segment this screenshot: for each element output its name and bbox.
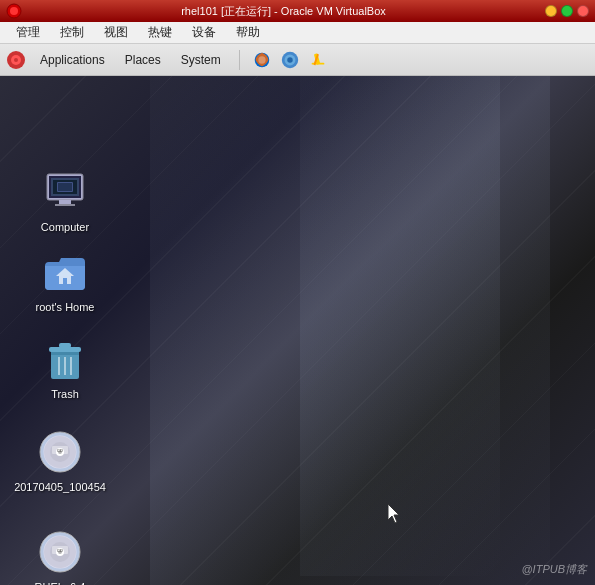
svg-rect-15 xyxy=(59,200,71,204)
trash-icon-img xyxy=(41,335,89,383)
svg-text:CD: CD xyxy=(57,548,63,553)
computer-icon[interactable]: Computer xyxy=(20,164,110,238)
menu-control[interactable]: 控制 xyxy=(52,22,92,43)
close-button[interactable] xyxy=(577,5,589,17)
separator xyxy=(239,50,240,70)
svg-rect-27 xyxy=(59,343,71,348)
watermark: @ITPUB博客 xyxy=(521,562,587,577)
desktop: Computer root's Home xyxy=(0,76,595,585)
menu-view[interactable]: 视图 xyxy=(96,22,136,43)
applications-label: Applications xyxy=(40,53,105,67)
disc2-icon[interactable]: CD RHEL_6.4 x86_64Disc 1 xyxy=(15,524,105,585)
app-icon xyxy=(6,3,22,19)
menu-help[interactable]: 帮助 xyxy=(228,22,268,43)
window-controls[interactable] xyxy=(545,5,589,17)
gnome-icon xyxy=(6,50,26,70)
trash-label: Trash xyxy=(51,387,79,401)
svg-text:CD: CD xyxy=(57,448,63,453)
computer-icon-img xyxy=(41,168,89,216)
menu-manage[interactable]: 管理 xyxy=(8,22,48,43)
computer-label: Computer xyxy=(41,220,89,234)
disc1-label: 20170405_100454 xyxy=(14,480,106,494)
disc2-label: RHEL_6.4 x86_64Disc 1 xyxy=(19,580,101,585)
trash-icon[interactable]: Trash xyxy=(20,331,110,405)
light-streak-2 xyxy=(300,76,500,576)
menu-bar: 管理 控制 视图 热键 设备 帮助 xyxy=(0,22,595,44)
app-bar: Applications Places System xyxy=(0,44,595,76)
edit-icon[interactable] xyxy=(308,50,328,70)
minimize-button[interactable] xyxy=(545,5,557,17)
places-menu[interactable]: Places xyxy=(119,51,167,69)
disc1-icon[interactable]: CD 20170405_100454 xyxy=(15,424,105,498)
email-icon[interactable] xyxy=(280,50,300,70)
roots-home-label: root's Home xyxy=(36,300,95,314)
applications-menu[interactable]: Applications xyxy=(34,51,111,69)
maximize-button[interactable] xyxy=(561,5,573,17)
system-label: System xyxy=(181,53,221,67)
menu-devices[interactable]: 设备 xyxy=(184,22,224,43)
svg-rect-23 xyxy=(63,278,67,284)
disc1-icon-img: CD xyxy=(36,428,84,476)
svg-point-4 xyxy=(14,58,18,62)
svg-point-6 xyxy=(258,56,265,63)
roots-home-icon-img xyxy=(41,248,89,296)
svg-rect-16 xyxy=(55,204,75,206)
svg-point-1 xyxy=(10,7,18,15)
menu-hotkey[interactable]: 热键 xyxy=(140,22,180,43)
places-label: Places xyxy=(125,53,161,67)
window-title: rhel101 [正在运行] - Oracle VM VirtualBox xyxy=(28,4,539,19)
svg-point-9 xyxy=(287,57,292,62)
roots-home-icon[interactable]: root's Home xyxy=(20,244,110,318)
title-bar: rhel101 [正在运行] - Oracle VM VirtualBox xyxy=(0,0,595,22)
disc2-icon-img: CD xyxy=(36,528,84,576)
firefox-icon[interactable] xyxy=(252,50,272,70)
svg-rect-20 xyxy=(58,183,72,191)
system-menu[interactable]: System xyxy=(175,51,227,69)
